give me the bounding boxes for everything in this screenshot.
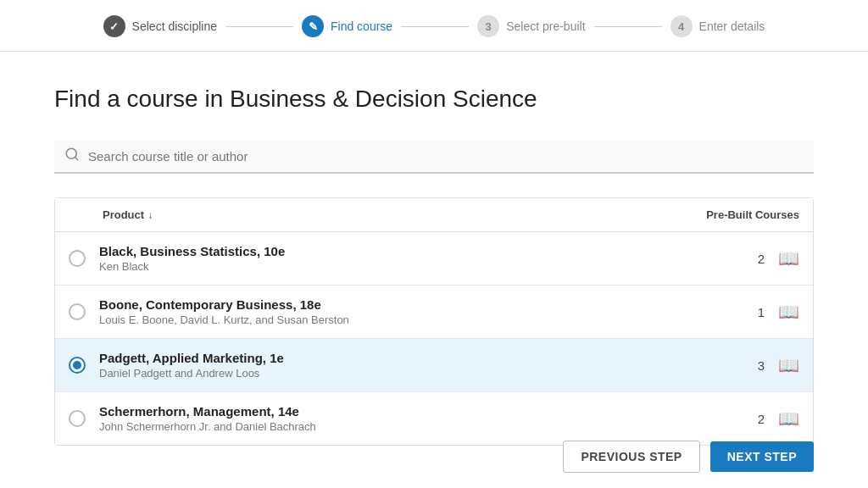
- prebuilt-count-4: 2: [758, 412, 765, 426]
- step-3-label: Select pre-built: [506, 19, 585, 33]
- book-author-1: Ken Black: [99, 260, 285, 273]
- book-author-3: Daniel Padgett and Andrew Loos: [99, 367, 284, 380]
- stepper: ✓ Select discipline ✎ Find course 3 Sele…: [0, 0, 868, 52]
- col-prebuilt-header: Pre-Built Courses: [706, 208, 799, 221]
- table-header: Product ↓ Pre-Built Courses: [55, 198, 813, 232]
- row-left-1: Black, Business Statistics, 10e Ken Blac…: [69, 244, 285, 273]
- book-title-1: Black, Business Statistics, 10e: [99, 244, 285, 258]
- book-title-2: Boone, Contemporary Business, 18e: [99, 297, 349, 312]
- table-row[interactable]: Boone, Contemporary Business, 18e Louis …: [55, 286, 813, 339]
- step-1-circle: ✓: [103, 15, 125, 37]
- col-product-header: Product ↓: [103, 208, 153, 221]
- table-row[interactable]: Black, Business Statistics, 10e Ken Blac…: [55, 232, 813, 286]
- book-title-4: Schermerhorn, Management, 14e: [99, 404, 316, 419]
- step-4-label: Enter details: [699, 19, 765, 33]
- connector-3-4: [594, 26, 662, 27]
- step-2-label: Find course: [331, 19, 392, 33]
- book-info-3: Padgett, Applied Marketing, 1e Daniel Pa…: [99, 351, 284, 380]
- radio-btn-2[interactable]: [69, 303, 86, 320]
- step-4-circle: 4: [670, 15, 693, 37]
- row-left-4: Schermerhorn, Management, 14e John Scher…: [69, 404, 316, 433]
- row-right-2: 1 📖: [715, 302, 799, 322]
- row-left-2: Boone, Contemporary Business, 18e Louis …: [69, 297, 349, 326]
- book-title-3: Padgett, Applied Marketing, 1e: [99, 351, 284, 365]
- connector-2-3: [401, 26, 469, 27]
- step-find-course[interactable]: ✎ Find course: [302, 15, 392, 37]
- course-table: Product ↓ Pre-Built Courses Black, Busin…: [54, 197, 814, 446]
- table-row[interactable]: Padgett, Applied Marketing, 1e Daniel Pa…: [55, 339, 813, 392]
- book-author-2: Louis E. Boone, David L. Kurtz, and Susa…: [99, 313, 349, 326]
- step-select-prebuilt[interactable]: 3 Select pre-built: [477, 15, 585, 37]
- book-info-1: Black, Business Statistics, 10e Ken Blac…: [99, 244, 285, 273]
- radio-btn-3[interactable]: [69, 357, 86, 374]
- product-label: Product: [103, 208, 144, 221]
- prebuilt-count-1: 2: [758, 252, 765, 266]
- book-icon-3: 📖: [778, 355, 799, 375]
- search-icon: [64, 147, 80, 165]
- main-content: Find a course in Business & Decision Sci…: [0, 52, 868, 463]
- search-input[interactable]: [88, 149, 804, 164]
- search-container[interactable]: [54, 140, 814, 174]
- book-icon-1: 📖: [778, 248, 799, 269]
- row-left-3: Padgett, Applied Marketing, 1e Daniel Pa…: [69, 351, 284, 380]
- step-2-circle: ✎: [302, 15, 324, 37]
- sort-icon[interactable]: ↓: [147, 209, 153, 221]
- svg-line-1: [75, 157, 77, 159]
- radio-btn-4[interactable]: [69, 410, 86, 427]
- step-3-circle: 3: [477, 15, 499, 37]
- connector-1-2: [225, 26, 293, 27]
- book-author-4: John Schermerhorn Jr. and Daniel Bachrac…: [99, 420, 316, 433]
- row-right-3: 3 📖: [715, 355, 799, 375]
- next-step-button[interactable]: NEXT STEP: [710, 441, 814, 472]
- step-1-label: Select discipline: [132, 19, 217, 33]
- book-info-2: Boone, Contemporary Business, 18e Louis …: [99, 297, 349, 326]
- row-right-1: 2 📖: [715, 248, 799, 269]
- page-title: Find a course in Business & Decision Sci…: [54, 86, 814, 113]
- step-select-discipline[interactable]: ✓ Select discipline: [103, 15, 217, 37]
- previous-step-button[interactable]: PREVIOUS STEP: [563, 441, 699, 473]
- radio-btn-1[interactable]: [69, 250, 86, 267]
- prebuilt-count-3: 3: [758, 358, 765, 373]
- footer: PREVIOUS STEP NEXT STEP: [509, 425, 868, 488]
- step-enter-details[interactable]: 4 Enter details: [670, 15, 765, 37]
- book-icon-2: 📖: [778, 302, 799, 322]
- prebuilt-count-2: 1: [758, 305, 765, 319]
- book-info-4: Schermerhorn, Management, 14e John Scher…: [99, 404, 316, 433]
